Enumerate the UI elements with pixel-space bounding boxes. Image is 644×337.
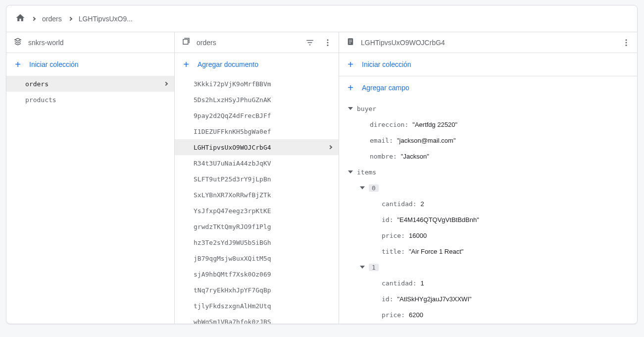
document-label: tNq7ryEkHxhJpYF7GqBp xyxy=(194,286,332,294)
document-row[interactable]: wbWqSm1VBa7hfok0zJBS xyxy=(175,314,339,324)
breadcrumb-doc[interactable]: LGHTipvsUxO9... xyxy=(79,15,133,23)
filter-icon[interactable] xyxy=(304,37,316,49)
document-label: jB79qgMsjw8uxXQitM5q xyxy=(194,255,332,262)
document-row[interactable]: tNq7ryEkHxhJpYF7GqBp xyxy=(175,282,339,298)
field-items[interactable]: items xyxy=(339,164,637,180)
document-label: LGHTipvsUxO9WOJCrbG4 xyxy=(194,144,326,151)
document-row[interactable]: grwdzTKtQmyRJO9f1Plg xyxy=(175,219,339,234)
columns: + Iniciar colección ordersproducts + Agr… xyxy=(6,53,637,324)
document-label: R34t3U7uNaiA44zbJqKV xyxy=(194,160,332,167)
document-label: hz3Te2sYdJ9WU5bSiBGh xyxy=(194,239,332,246)
collapse-toggle-icon[interactable] xyxy=(358,263,367,272)
add-field-button[interactable]: + Agregar campo xyxy=(339,76,637,99)
panel-header-document: LGHTipvsUxO9WOJCrbG4 xyxy=(339,32,637,53)
chevron-right-icon xyxy=(328,145,332,149)
collection-label: products xyxy=(25,96,167,104)
panel-title: orders xyxy=(197,39,216,47)
start-collection-label: Iniciar colección xyxy=(29,60,79,68)
document-label: grwdzTKtQmyRJO9f1Plg xyxy=(194,223,332,230)
document-label: wbWqSm1VBa7hfok0zJBS xyxy=(194,318,332,324)
firestore-card: orders LGHTipvsUxO9... snkrs-world order… xyxy=(6,5,638,324)
more-vert-icon[interactable] xyxy=(620,37,632,49)
start-collection-button[interactable]: + Iniciar colección xyxy=(6,53,174,76)
panel-title: snkrs-world xyxy=(28,39,64,47)
plus-icon: + xyxy=(182,59,191,69)
panel-title: LGHTipvsUxO9WOJCrbG4 xyxy=(361,39,445,47)
field-item-title[interactable]: title:Air Force 1 React xyxy=(339,243,637,259)
document-label: I1DEZUFFknKH5bgWa0ef xyxy=(194,128,332,135)
document-label: sjA9hbQMtf7Xsk0Oz069 xyxy=(194,271,332,278)
field-item-price[interactable]: price:6200 xyxy=(339,307,637,323)
document-row[interactable]: YsJfxpQ47eegz3rpKtKE xyxy=(175,203,339,219)
svg-point-5 xyxy=(626,42,627,43)
breadcrumb-orders[interactable]: orders xyxy=(42,15,62,23)
add-document-label: Agregar documento xyxy=(198,60,258,68)
field-buyer-nombre[interactable]: nombre:Jackson xyxy=(339,148,637,164)
collection-row[interactable]: orders xyxy=(6,76,174,92)
document-row[interactable]: 9pay2d2QqZ4dFrecBJFf xyxy=(175,108,339,123)
document-label: 9pay2d2QqZ4dFrecBJFf xyxy=(194,112,332,119)
document-row[interactable]: R34t3U7uNaiA44zbJqKV xyxy=(175,155,339,171)
add-field-label: Agregar campo xyxy=(362,84,409,92)
field-item-id[interactable]: id:E4M146QTQVgVtBtBdBnh xyxy=(339,212,637,227)
panel-header-collection: orders xyxy=(175,32,339,53)
document-label: tjlyFkdszxgnAlHm2Utq xyxy=(194,302,332,310)
field-buyer-email[interactable]: email:jackson@mail.com xyxy=(339,132,637,148)
field-item-cantidad[interactable]: cantidad:1 xyxy=(339,275,637,291)
chevron-right-icon xyxy=(68,16,72,20)
document-row[interactable]: tjlyFkdszxgnAlHm2Utq xyxy=(175,298,339,314)
fields-column: + Iniciar colección + Agregar campo buye… xyxy=(339,53,637,324)
svg-point-2 xyxy=(327,44,329,46)
field-item-title[interactable]: title:SB Zoom Blazer Mid xyxy=(339,323,637,324)
document-label: SLFT9utP25d3rY9jLpBn xyxy=(194,175,332,183)
document-row[interactable]: 5Ds2hLxzHSyJPhuGZnAK xyxy=(175,92,339,108)
add-document-button[interactable]: + Agregar documento xyxy=(175,53,339,76)
svg-point-0 xyxy=(327,39,329,41)
collections-column: + Iniciar colección ordersproducts xyxy=(6,53,175,324)
document-row[interactable]: 3Kkki72pVjK9oMrfBBVm xyxy=(175,76,339,92)
document-icon xyxy=(346,37,355,48)
documents-scroll[interactable]: 3Kkki72pVjK9oMrfBBVm5Ds2hLxzHSyJPhuGZnAK… xyxy=(175,76,339,324)
fields-scroll[interactable]: + Agregar campo buyerdireccion:Aertfdg 2… xyxy=(339,76,637,324)
field-buyer-direccion[interactable]: direccion:Aertfdg 22520 xyxy=(339,116,637,132)
document-label: YsJfxpQ47eegz3rpKtKE xyxy=(194,207,332,215)
document-row[interactable]: I1DEZUFFknKH5bgWa0ef xyxy=(175,123,339,139)
field-item-id[interactable]: id:AtlSkHYg2jauJ7v3XXWI xyxy=(339,291,637,307)
plus-icon: + xyxy=(13,59,22,69)
document-row[interactable]: hz3Te2sYdJ9WU5bSiBGh xyxy=(175,234,339,250)
document-row[interactable]: SLFT9utP25d3rY9jLpBn xyxy=(175,171,339,187)
breadcrumb: orders LGHTipvsUxO9... xyxy=(6,5,637,32)
panel-header-root: snkrs-world xyxy=(6,32,175,53)
field-item-price[interactable]: price:16000 xyxy=(339,227,637,243)
documents-column: + Agregar documento 3Kkki72pVjK9oMrfBBVm… xyxy=(175,53,339,324)
document-row[interactable]: SxLYBnXR7XoRRwfBjZTk xyxy=(175,187,339,203)
document-label: SxLYBnXR7XoRRwfBjZTk xyxy=(194,191,332,199)
document-row[interactable]: jB79qgMsjw8uxXQitM5q xyxy=(175,250,339,266)
more-vert-icon[interactable] xyxy=(322,37,334,49)
start-subcollection-button[interactable]: + Iniciar colección xyxy=(339,53,637,76)
home-icon[interactable] xyxy=(15,13,25,24)
field-item-index[interactable]: 1 xyxy=(339,259,637,275)
field-item-index[interactable]: 0 xyxy=(339,180,637,196)
document-label: 5Ds2hLxzHSyJPhuGZnAK xyxy=(194,96,332,104)
document-row[interactable]: sjA9hbQMtf7Xsk0Oz069 xyxy=(175,266,339,282)
plus-icon: + xyxy=(346,59,355,69)
collection-icon xyxy=(182,37,191,48)
collapse-toggle-icon[interactable] xyxy=(346,168,355,176)
chevron-right-icon xyxy=(32,16,36,20)
document-label: 3Kkki72pVjK9oMrfBBVm xyxy=(194,80,332,88)
field-item-cantidad[interactable]: cantidad:2 xyxy=(339,196,637,212)
start-subcollection-label: Iniciar colección xyxy=(362,60,411,68)
svg-point-1 xyxy=(327,42,329,43)
panel-headers: snkrs-world orders LGHTipvsUxO9WOJCrbG4 xyxy=(6,32,637,53)
svg-point-4 xyxy=(626,39,627,41)
collection-row[interactable]: products xyxy=(6,92,174,108)
collection-label: orders xyxy=(25,80,161,88)
collapse-toggle-icon[interactable] xyxy=(346,104,355,113)
collapse-toggle-icon[interactable] xyxy=(358,183,367,192)
plus-icon: + xyxy=(346,83,355,93)
document-row[interactable]: LGHTipvsUxO9WOJCrbG4 xyxy=(175,139,339,155)
field-buyer[interactable]: buyer xyxy=(339,101,637,116)
chevron-right-icon xyxy=(164,82,168,86)
svg-point-6 xyxy=(626,44,627,46)
